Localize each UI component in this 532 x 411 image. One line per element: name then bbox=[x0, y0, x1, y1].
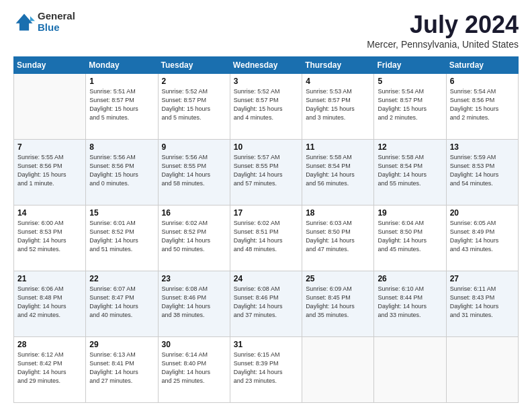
week-row-4: 21Sunrise: 6:06 AM Sunset: 8:48 PM Dayli… bbox=[14, 271, 519, 337]
day-number: 14 bbox=[17, 208, 82, 218]
day-number: 4 bbox=[306, 77, 370, 86]
day-info: Sunrise: 5:52 AM Sunset: 8:57 PM Dayligh… bbox=[234, 87, 298, 122]
day-info: Sunrise: 6:13 AM Sunset: 8:41 PM Dayligh… bbox=[89, 351, 154, 385]
day-info: Sunrise: 6:09 AM Sunset: 8:45 PM Dayligh… bbox=[306, 285, 370, 320]
day-info: Sunrise: 6:14 AM Sunset: 8:40 PM Dayligh… bbox=[162, 351, 226, 385]
day-number: 22 bbox=[89, 274, 154, 283]
day-number: 6 bbox=[450, 77, 515, 86]
calendar-cell: 5Sunrise: 5:54 AM Sunset: 8:57 PM Daylig… bbox=[374, 74, 446, 140]
title-block: July 2024 Mercer, Pennsylvania, United S… bbox=[367, 11, 519, 50]
day-number: 30 bbox=[162, 340, 226, 349]
calendar-cell: 1Sunrise: 5:51 AM Sunset: 8:57 PM Daylig… bbox=[86, 74, 158, 140]
day-info: Sunrise: 5:56 AM Sunset: 8:56 PM Dayligh… bbox=[89, 153, 154, 188]
main-title: July 2024 bbox=[367, 11, 519, 39]
day-number: 19 bbox=[378, 208, 442, 218]
calendar-cell: 4Sunrise: 5:53 AM Sunset: 8:57 PM Daylig… bbox=[302, 74, 374, 140]
calendar-cell: 28Sunrise: 6:12 AM Sunset: 8:42 PM Dayli… bbox=[14, 337, 86, 403]
logo: General Blue bbox=[13, 11, 75, 33]
col-header-monday: Monday bbox=[86, 57, 158, 74]
day-info: Sunrise: 6:12 AM Sunset: 8:42 PM Dayligh… bbox=[17, 351, 82, 385]
day-number: 1 bbox=[89, 77, 154, 86]
day-info: Sunrise: 6:08 AM Sunset: 8:46 PM Dayligh… bbox=[162, 285, 226, 320]
day-number: 17 bbox=[234, 208, 298, 218]
calendar-cell: 30Sunrise: 6:14 AM Sunset: 8:40 PM Dayli… bbox=[158, 337, 230, 403]
day-number: 23 bbox=[162, 274, 226, 283]
logo-text: General Blue bbox=[38, 11, 75, 33]
day-number: 31 bbox=[234, 340, 298, 349]
col-header-sunday: Sunday bbox=[14, 57, 86, 74]
day-info: Sunrise: 6:11 AM Sunset: 8:43 PM Dayligh… bbox=[450, 285, 515, 320]
day-info: Sunrise: 6:07 AM Sunset: 8:47 PM Dayligh… bbox=[89, 285, 154, 320]
calendar-cell bbox=[14, 74, 86, 140]
calendar-cell: 20Sunrise: 6:05 AM Sunset: 8:49 PM Dayli… bbox=[446, 205, 518, 271]
day-info: Sunrise: 6:00 AM Sunset: 8:53 PM Dayligh… bbox=[17, 219, 82, 254]
day-info: Sunrise: 6:05 AM Sunset: 8:49 PM Dayligh… bbox=[450, 219, 515, 254]
calendar-cell: 13Sunrise: 5:59 AM Sunset: 8:53 PM Dayli… bbox=[446, 140, 518, 205]
calendar-table: SundayMondayTuesdayWednesdayThursdayFrid… bbox=[13, 56, 519, 403]
col-header-saturday: Saturday bbox=[446, 57, 518, 74]
day-info: Sunrise: 6:15 AM Sunset: 8:39 PM Dayligh… bbox=[234, 351, 298, 385]
calendar-cell: 26Sunrise: 6:10 AM Sunset: 8:44 PM Dayli… bbox=[374, 271, 446, 337]
day-number: 8 bbox=[89, 142, 154, 152]
header: General Blue July 2024 Mercer, Pennsylva… bbox=[13, 11, 519, 50]
subtitle: Mercer, Pennsylvania, United States bbox=[367, 39, 519, 50]
day-info: Sunrise: 5:52 AM Sunset: 8:57 PM Dayligh… bbox=[162, 87, 226, 122]
calendar-cell: 7Sunrise: 5:55 AM Sunset: 8:56 PM Daylig… bbox=[14, 140, 86, 205]
calendar-cell: 2Sunrise: 5:52 AM Sunset: 8:57 PM Daylig… bbox=[158, 74, 230, 140]
calendar-cell: 3Sunrise: 5:52 AM Sunset: 8:57 PM Daylig… bbox=[230, 74, 302, 140]
day-number: 18 bbox=[306, 208, 370, 218]
day-number: 28 bbox=[17, 340, 82, 349]
calendar-cell bbox=[374, 337, 446, 403]
day-info: Sunrise: 5:54 AM Sunset: 8:57 PM Dayligh… bbox=[378, 87, 442, 122]
day-info: Sunrise: 5:56 AM Sunset: 8:55 PM Dayligh… bbox=[162, 153, 226, 188]
week-row-1: 1Sunrise: 5:51 AM Sunset: 8:57 PM Daylig… bbox=[14, 74, 519, 140]
day-number: 26 bbox=[378, 274, 442, 283]
calendar-cell: 10Sunrise: 5:57 AM Sunset: 8:55 PM Dayli… bbox=[230, 140, 302, 205]
day-number: 12 bbox=[378, 142, 442, 152]
day-info: Sunrise: 5:53 AM Sunset: 8:57 PM Dayligh… bbox=[306, 87, 370, 122]
calendar-cell: 8Sunrise: 5:56 AM Sunset: 8:56 PM Daylig… bbox=[86, 140, 158, 205]
svg-marker-0 bbox=[16, 13, 33, 30]
day-info: Sunrise: 6:02 AM Sunset: 8:52 PM Dayligh… bbox=[162, 219, 226, 254]
day-info: Sunrise: 6:06 AM Sunset: 8:48 PM Dayligh… bbox=[17, 285, 82, 320]
day-info: Sunrise: 5:58 AM Sunset: 8:54 PM Dayligh… bbox=[378, 153, 442, 188]
calendar-cell: 6Sunrise: 5:54 AM Sunset: 8:56 PM Daylig… bbox=[446, 74, 518, 140]
day-number: 5 bbox=[378, 77, 442, 86]
calendar-cell: 14Sunrise: 6:00 AM Sunset: 8:53 PM Dayli… bbox=[14, 205, 86, 271]
page: General Blue July 2024 Mercer, Pennsylva… bbox=[0, 0, 532, 411]
day-number: 16 bbox=[162, 208, 226, 218]
col-header-tuesday: Tuesday bbox=[158, 57, 230, 74]
col-header-thursday: Thursday bbox=[302, 57, 374, 74]
day-info: Sunrise: 6:03 AM Sunset: 8:50 PM Dayligh… bbox=[306, 219, 370, 254]
day-info: Sunrise: 6:10 AM Sunset: 8:44 PM Dayligh… bbox=[378, 285, 442, 320]
calendar-cell bbox=[446, 337, 518, 403]
calendar-cell: 31Sunrise: 6:15 AM Sunset: 8:39 PM Dayli… bbox=[230, 337, 302, 403]
day-number: 21 bbox=[17, 274, 82, 283]
logo-general-text: General bbox=[38, 11, 75, 22]
calendar-cell: 11Sunrise: 5:58 AM Sunset: 8:54 PM Dayli… bbox=[302, 140, 374, 205]
day-info: Sunrise: 6:08 AM Sunset: 8:46 PM Dayligh… bbox=[234, 285, 298, 320]
day-number: 10 bbox=[234, 142, 298, 152]
calendar-cell: 27Sunrise: 6:11 AM Sunset: 8:43 PM Dayli… bbox=[446, 271, 518, 337]
day-number: 11 bbox=[306, 142, 370, 152]
day-info: Sunrise: 5:58 AM Sunset: 8:54 PM Dayligh… bbox=[306, 153, 370, 188]
calendar-cell: 24Sunrise: 6:08 AM Sunset: 8:46 PM Dayli… bbox=[230, 271, 302, 337]
day-info: Sunrise: 5:51 AM Sunset: 8:57 PM Dayligh… bbox=[89, 87, 154, 122]
calendar-cell: 29Sunrise: 6:13 AM Sunset: 8:41 PM Dayli… bbox=[86, 337, 158, 403]
calendar-cell: 15Sunrise: 6:01 AM Sunset: 8:52 PM Dayli… bbox=[86, 205, 158, 271]
calendar-cell: 21Sunrise: 6:06 AM Sunset: 8:48 PM Dayli… bbox=[14, 271, 86, 337]
day-info: Sunrise: 5:54 AM Sunset: 8:56 PM Dayligh… bbox=[450, 87, 515, 122]
day-number: 2 bbox=[162, 77, 226, 86]
calendar-cell: 18Sunrise: 6:03 AM Sunset: 8:50 PM Dayli… bbox=[302, 205, 374, 271]
day-number: 20 bbox=[450, 208, 515, 218]
week-row-2: 7Sunrise: 5:55 AM Sunset: 8:56 PM Daylig… bbox=[14, 140, 519, 205]
logo-blue-text: Blue bbox=[38, 22, 75, 34]
header-row: SundayMondayTuesdayWednesdayThursdayFrid… bbox=[14, 57, 519, 74]
day-number: 29 bbox=[89, 340, 154, 349]
day-info: Sunrise: 5:57 AM Sunset: 8:55 PM Dayligh… bbox=[234, 153, 298, 188]
calendar-cell: 22Sunrise: 6:07 AM Sunset: 8:47 PM Dayli… bbox=[86, 271, 158, 337]
calendar-cell: 25Sunrise: 6:09 AM Sunset: 8:45 PM Dayli… bbox=[302, 271, 374, 337]
day-number: 25 bbox=[306, 274, 370, 283]
logo-icon bbox=[13, 11, 35, 33]
day-info: Sunrise: 6:02 AM Sunset: 8:51 PM Dayligh… bbox=[234, 219, 298, 254]
